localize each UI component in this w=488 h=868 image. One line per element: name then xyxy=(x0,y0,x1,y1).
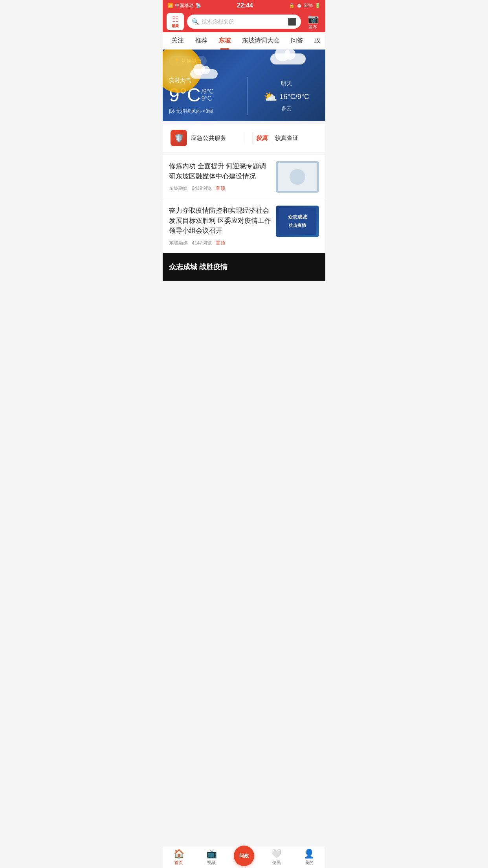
service-row: 🛡️ 应急公共服务 较真 较真查证 xyxy=(163,124,325,152)
verify-icon: 较真 xyxy=(252,132,271,144)
today-label: 实时天气 xyxy=(169,77,235,84)
tab-politics[interactable]: 政 xyxy=(309,32,325,50)
search-placeholder-text: 搜索你想要的 xyxy=(202,18,285,25)
scan-qr-icon[interactable]: ⬛ xyxy=(288,17,296,26)
carrier-label: 中国移动 xyxy=(175,2,194,9)
status-right: 🔒 ⏰ 32% 🔋 xyxy=(289,3,321,8)
weather-section[interactable]: 📍 切换城市 实时天气 9°C /9°C9°C 阴·无持续风向·<3级 明天 ⛅… xyxy=(163,50,325,121)
video-banner[interactable]: 众志成城 战胜疫情 xyxy=(163,253,325,281)
emergency-label: 应急公共服务 xyxy=(191,134,226,142)
tab-dongpo-poetry[interactable]: 东坡诗词大会 xyxy=(237,32,285,50)
cloud-right xyxy=(270,53,306,64)
article-2-pinned: 置顶 xyxy=(216,240,225,246)
verify-label: 较真查证 xyxy=(275,134,299,142)
battery-label: 32% xyxy=(304,3,313,8)
service-divider xyxy=(244,132,244,144)
weather-today: 实时天气 9°C /9°C9°C 阴·无持续风向·<3级 xyxy=(169,77,241,115)
tab-qa[interactable]: 问答 xyxy=(285,32,309,50)
video-banner-text: 众志成城 战胜疫情 xyxy=(169,262,227,272)
battery-icon: 🔋 xyxy=(315,3,321,8)
article-1-title: 修炼内功 全面提升 何迎晓专题调研东坡区融媒体中心建设情况 xyxy=(169,161,271,181)
logo-text: 聚聚 xyxy=(172,24,179,29)
article-2-image: 众志成城 抗击疫情 xyxy=(276,206,319,237)
service-verify[interactable]: 较真 较真查证 xyxy=(252,132,318,144)
svg-rect-1 xyxy=(276,161,319,193)
tab-dongpo[interactable]: 东坡 xyxy=(213,32,237,50)
article-2-source: 东坡融媒 xyxy=(169,240,188,246)
lock-icon: 🔒 xyxy=(289,3,295,8)
publish-label: 发布 xyxy=(308,24,317,30)
svg-point-4 xyxy=(288,170,294,186)
svg-point-7 xyxy=(309,171,315,186)
weather-divider xyxy=(247,77,248,115)
weather-content: 实时天气 9°C /9°C9°C 阴·无持续风向·<3级 明天 ⛅ 16°C/9… xyxy=(169,77,319,115)
svg-rect-0 xyxy=(276,161,319,193)
news-section: 修炼内功 全面提升 何迎晓专题调研东坡区融媒体中心建设情况 东坡融媒 9419浏… xyxy=(163,155,325,253)
svg-rect-2 xyxy=(278,173,317,189)
tomorrow-temp: 16°C/9°C xyxy=(280,93,309,101)
publish-button[interactable]: 📷 发布 xyxy=(304,13,321,30)
svg-text:众志成城: 众志成城 xyxy=(288,214,307,220)
search-bar[interactable]: 🔍 搜索你想要的 ⬛ xyxy=(187,15,301,29)
article-1-content: 修炼内功 全面提升 何迎晓专题调研东坡区融媒体中心建设情况 东坡融媒 9419浏… xyxy=(169,161,271,193)
svg-text:抗击疫情: 抗击疫情 xyxy=(288,223,306,228)
today-temp-range: /9°C9°C xyxy=(202,88,214,102)
article-1-views: 9419浏览 xyxy=(192,185,212,192)
signal-icon: 📶 xyxy=(167,3,173,8)
app-header: ☷ 聚聚 🔍 搜索你想要的 ⬛ 📷 发布 xyxy=(163,11,325,32)
logo-icon: ☷ xyxy=(172,15,178,24)
svg-point-5 xyxy=(295,169,301,186)
article-1-source: 东坡融媒 xyxy=(169,185,188,192)
article-2-views: 4147浏览 xyxy=(192,240,212,246)
search-icon: 🔍 xyxy=(192,18,199,25)
status-bar: 📶 中国移动 📡 22:44 🔒 ⏰ 32% 🔋 xyxy=(163,0,325,11)
tomorrow-desc: 多云 xyxy=(281,105,292,112)
svg-point-6 xyxy=(302,170,308,186)
svg-rect-8 xyxy=(276,161,319,173)
status-time: 22:44 xyxy=(237,2,253,9)
svg-point-3 xyxy=(281,172,287,186)
app-logo[interactable]: ☷ 聚聚 xyxy=(167,13,184,30)
news-article-1[interactable]: 修炼内功 全面提升 何迎晓专题调研东坡区融媒体中心建设情况 东坡融媒 9419浏… xyxy=(163,155,325,199)
camera-icon: 📷 xyxy=(308,14,318,24)
alarm-icon: ⏰ xyxy=(296,3,302,8)
article-2-title: 奋力夺取疫情防控和实现经济社会发展目标双胜利 区委应对疫情工作领导小组会议召开 xyxy=(169,206,271,236)
nav-tabs: 关注 推荐 东坡 东坡诗词大会 问答 政 ☰ xyxy=(163,32,325,50)
status-left: 📶 中国移动 📡 xyxy=(167,2,201,9)
emergency-icon: 🛡️ xyxy=(171,130,187,146)
tab-recommend[interactable]: 推荐 xyxy=(189,32,213,50)
tomorrow-label: 明天 xyxy=(281,80,292,87)
service-emergency[interactable]: 🛡️ 应急公共服务 xyxy=(171,130,236,146)
article-1-pinned: 置顶 xyxy=(216,185,225,192)
svg-rect-10 xyxy=(279,208,316,235)
tab-follow[interactable]: 关注 xyxy=(166,32,189,50)
today-desc: 阴·无持续风向·<3级 xyxy=(169,108,235,115)
weather-tomorrow: 明天 ⛅ 16°C/9°C 多云 xyxy=(254,77,319,115)
article-1-meta: 东坡融媒 9419浏览 置顶 xyxy=(169,185,271,192)
tomorrow-weather-icon: ⛅ xyxy=(264,90,277,103)
article-2-meta: 东坡融媒 4147浏览 置顶 xyxy=(169,240,271,246)
article-1-image xyxy=(276,161,319,193)
article-2-content: 奋力夺取疫情防控和实现经济社会发展目标双胜利 区委应对疫情工作领导小组会议召开 … xyxy=(169,206,271,246)
news-article-2[interactable]: 奋力夺取疫情防控和实现经济社会发展目标双胜利 区委应对疫情工作领导小组会议召开 … xyxy=(163,199,325,253)
wifi-icon: 📡 xyxy=(195,3,201,8)
